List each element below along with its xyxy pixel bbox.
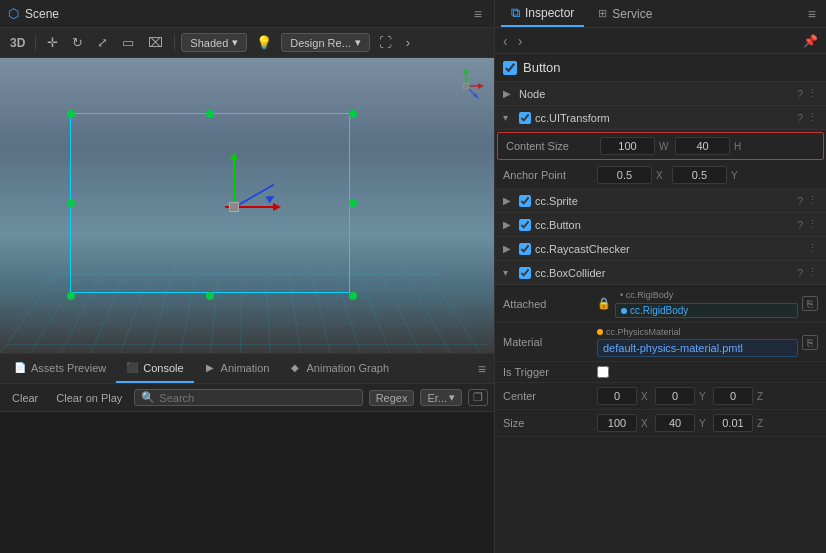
sprite-menu-icon[interactable]: ⋮ bbox=[807, 194, 818, 207]
clear-on-play-button[interactable]: Clear on Play bbox=[50, 390, 128, 406]
section-cc-uitransform[interactable]: ▾ cc.UITransform ? ⋮ bbox=[495, 106, 826, 130]
material-copy-button[interactable]: ⎘ bbox=[802, 335, 818, 350]
handle-bm[interactable] bbox=[206, 292, 214, 300]
service-tab[interactable]: ⊞ Service bbox=[588, 0, 662, 27]
content-size-w-input[interactable] bbox=[600, 137, 655, 155]
handle-mr[interactable] bbox=[349, 199, 357, 207]
transform-tool-button[interactable]: ⌧ bbox=[143, 33, 168, 52]
er-dropdown-icon: ▾ bbox=[449, 391, 455, 404]
boxcollider-menu-icon[interactable]: ⋮ bbox=[807, 266, 818, 279]
raycast-arrow-icon: ▶ bbox=[503, 243, 515, 254]
handle-tm[interactable] bbox=[206, 110, 214, 118]
attached-option-1[interactable]: cc.RigidBody bbox=[615, 303, 798, 318]
toolbar-divider-2 bbox=[174, 35, 175, 51]
center-y-input[interactable] bbox=[655, 387, 695, 405]
fullscreen-button[interactable]: ⛶ bbox=[374, 33, 397, 52]
section-cc-sprite[interactable]: ▶ cc.Sprite ? ⋮ bbox=[495, 189, 826, 213]
size-y-input[interactable] bbox=[655, 414, 695, 432]
boxcollider-help-icon[interactable]: ? bbox=[797, 267, 803, 279]
section-cc-boxcollider[interactable]: ▾ cc.BoxCollider ? ⋮ bbox=[495, 261, 826, 285]
handle-tr[interactable] bbox=[349, 110, 357, 118]
nav-forward-button[interactable]: › bbox=[514, 33, 527, 49]
regex-button[interactable]: Regex bbox=[369, 390, 415, 406]
is-trigger-checkbox[interactable] bbox=[597, 366, 609, 378]
er-dropdown-button[interactable]: Er... ▾ bbox=[420, 389, 462, 406]
inspector-tab[interactable]: ⧉ Inspector bbox=[501, 0, 584, 27]
node-help-icon[interactable]: ? bbox=[797, 88, 803, 100]
size-x-input[interactable] bbox=[597, 414, 637, 432]
rotate-tool-button[interactable]: ↻ bbox=[67, 33, 88, 52]
assets-icon: 📄 bbox=[14, 362, 26, 374]
3d-toggle-button[interactable]: 3D bbox=[6, 34, 29, 52]
inspector-menu-btn[interactable]: ≡ bbox=[804, 6, 820, 22]
raycast-enabled-checkbox[interactable] bbox=[519, 243, 531, 255]
button-menu-icon[interactable]: ⋮ bbox=[807, 218, 818, 231]
tab-console[interactable]: ⬛ Console bbox=[116, 354, 193, 383]
sprite-help-icon[interactable]: ? bbox=[797, 195, 803, 207]
handle-tl[interactable] bbox=[67, 110, 75, 118]
animation-graph-icon: ◆ bbox=[289, 362, 301, 374]
node-name-label: Button bbox=[523, 60, 561, 75]
raycast-menu-icon[interactable]: ⋮ bbox=[807, 242, 818, 255]
scene-toolbar: 3D ✛ ↻ ⤢ ▭ ⌧ Shaded ▾ 💡 Design Re... ▾ ⛶… bbox=[0, 28, 494, 58]
console-icon: ⬛ bbox=[126, 362, 138, 374]
material-input[interactable] bbox=[597, 339, 798, 357]
boxcollider-enabled-checkbox[interactable] bbox=[519, 267, 531, 279]
scene-title: Scene bbox=[25, 7, 59, 21]
scene-icon: ⬡ bbox=[8, 6, 19, 21]
uitransform-menu-icon[interactable]: ⋮ bbox=[807, 111, 818, 124]
clear-button[interactable]: Clear bbox=[6, 390, 44, 406]
size-row: Size X Y Z bbox=[495, 410, 826, 437]
console-content[interactable] bbox=[0, 412, 494, 553]
more-button[interactable]: › bbox=[401, 33, 415, 52]
light-button[interactable]: 💡 bbox=[251, 33, 277, 52]
size-z-input[interactable] bbox=[713, 414, 753, 432]
bottom-menu-btn[interactable]: ≡ bbox=[474, 361, 490, 377]
tab-animation-graph[interactable]: ◆ Animation Graph bbox=[279, 354, 399, 383]
design-re-button[interactable]: Design Re... ▾ bbox=[281, 33, 370, 52]
rect-tool-button[interactable]: ▭ bbox=[117, 33, 139, 52]
size-x-label: X bbox=[641, 418, 651, 429]
size-y-label: Y bbox=[699, 418, 709, 429]
section-node[interactable]: ▶ Node ? ⋮ bbox=[495, 82, 826, 106]
scene-menu-btn[interactable]: ≡ bbox=[470, 6, 486, 22]
copy-button[interactable]: ⎘ bbox=[802, 296, 818, 311]
anchor-x-label: X bbox=[656, 170, 668, 181]
button-help-icon[interactable]: ? bbox=[797, 219, 803, 231]
button-enabled-checkbox[interactable] bbox=[519, 219, 531, 231]
move-tool-button[interactable]: ✛ bbox=[42, 33, 63, 52]
handle-bl[interactable] bbox=[67, 292, 75, 300]
anchor-point-label: Anchor Point bbox=[503, 169, 593, 181]
collapse-button[interactable]: ❐ bbox=[468, 389, 488, 406]
handle-br[interactable] bbox=[349, 292, 357, 300]
shaded-dropdown[interactable]: Shaded ▾ bbox=[181, 33, 247, 52]
sprite-enabled-checkbox[interactable] bbox=[519, 195, 531, 207]
anchor-point-x-input[interactable] bbox=[597, 166, 652, 184]
corner-gizmo bbox=[446, 66, 486, 106]
node-menu-icon[interactable]: ⋮ bbox=[807, 87, 818, 100]
boxcollider-arrow-icon: ▾ bbox=[503, 267, 515, 278]
uitransform-enabled-checkbox[interactable] bbox=[519, 112, 531, 124]
pin-button[interactable]: 📌 bbox=[799, 34, 822, 48]
size-fields: X Y Z bbox=[597, 414, 818, 432]
center-z-input[interactable] bbox=[713, 387, 753, 405]
nav-back-button[interactable]: ‹ bbox=[499, 33, 512, 49]
bottom-toolbar: Clear Clear on Play 🔍 Regex Er... ▾ ❐ bbox=[0, 384, 494, 412]
section-cc-raycast[interactable]: ▶ cc.RaycastChecker ⋮ bbox=[495, 237, 826, 261]
tab-assets[interactable]: 📄 Assets Preview bbox=[4, 354, 116, 383]
anchor-point-y-input[interactable] bbox=[672, 166, 727, 184]
inspector-body: Button ▶ Node ? ⋮ ▾ cc.UITransform ? ⋮ C… bbox=[495, 54, 826, 553]
content-size-h-input[interactable] bbox=[675, 137, 730, 155]
tab-animation[interactable]: ▶ Animation bbox=[194, 354, 280, 383]
scene-viewport[interactable] bbox=[0, 58, 494, 353]
search-input[interactable] bbox=[159, 392, 355, 404]
handle-ml[interactable] bbox=[67, 199, 75, 207]
material-label: Material bbox=[503, 336, 593, 348]
node-enabled-checkbox[interactable] bbox=[503, 61, 517, 75]
center-z-label: Z bbox=[757, 391, 767, 402]
uitransform-help-icon[interactable]: ? bbox=[797, 112, 803, 124]
center-x-input[interactable] bbox=[597, 387, 637, 405]
inspector-nav: ‹ › 📌 bbox=[495, 28, 826, 54]
scale-tool-button[interactable]: ⤢ bbox=[92, 33, 113, 52]
section-cc-button[interactable]: ▶ cc.Button ? ⋮ bbox=[495, 213, 826, 237]
